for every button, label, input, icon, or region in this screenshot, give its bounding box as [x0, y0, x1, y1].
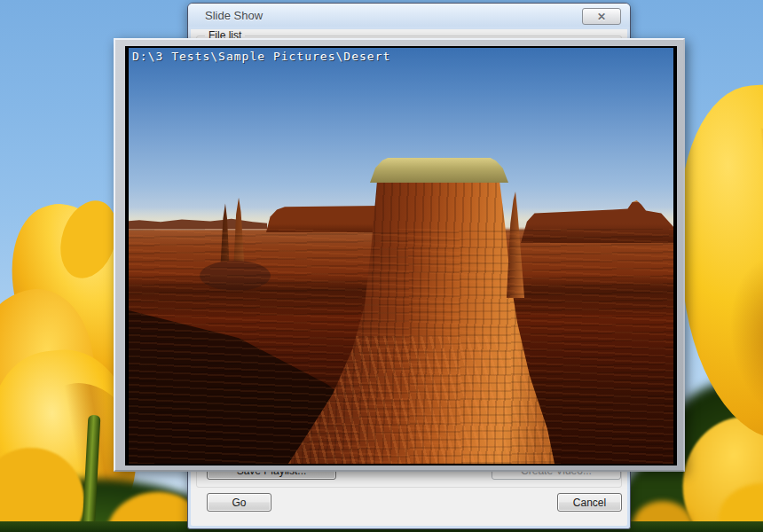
- dialog-titlebar[interactable]: Slide Show ✕: [188, 4, 630, 27]
- cancel-button[interactable]: Cancel: [557, 493, 622, 512]
- central-butte-cap: [370, 158, 508, 183]
- close-icon: ✕: [597, 12, 606, 22]
- slideshow-preview-window[interactable]: D:\3 Tests\Sample Pictures\Desert: [114, 38, 685, 472]
- image-path-overlay: D:\3 Tests\Sample Pictures\Desert: [132, 50, 390, 63]
- dialog-title: Slide Show: [205, 9, 263, 22]
- go-button[interactable]: Go: [207, 493, 271, 512]
- desert-photo: D:\3 Tests\Sample Pictures\Desert: [129, 48, 673, 464]
- image-letterbox: D:\3 Tests\Sample Pictures\Desert: [125, 46, 677, 466]
- desert-texture: [129, 229, 673, 464]
- close-button[interactable]: ✕: [582, 8, 621, 25]
